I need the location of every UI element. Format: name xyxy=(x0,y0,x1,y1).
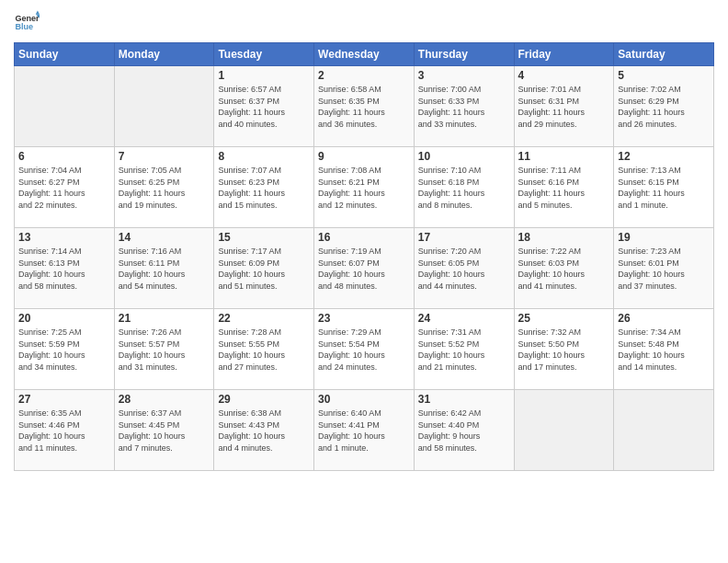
calendar-week-row: 13Sunrise: 7:14 AM Sunset: 6:13 PM Dayli… xyxy=(15,228,714,309)
day-info: Sunrise: 7:32 AM Sunset: 5:50 PM Dayligh… xyxy=(518,327,610,373)
calendar-cell: 17Sunrise: 7:20 AM Sunset: 6:05 PM Dayli… xyxy=(414,228,514,309)
calendar-cell: 12Sunrise: 7:13 AM Sunset: 6:15 PM Dayli… xyxy=(614,147,714,228)
day-number: 24 xyxy=(418,312,510,325)
calendar-cell: 29Sunrise: 6:38 AM Sunset: 4:43 PM Dayli… xyxy=(214,390,314,471)
day-header: Monday xyxy=(114,43,214,66)
calendar-cell: 28Sunrise: 6:37 AM Sunset: 4:45 PM Dayli… xyxy=(114,390,214,471)
calendar-cell: 18Sunrise: 7:22 AM Sunset: 6:03 PM Dayli… xyxy=(514,228,614,309)
day-header: Wednesday xyxy=(314,43,415,66)
calendar-cell: 22Sunrise: 7:28 AM Sunset: 5:55 PM Dayli… xyxy=(214,309,314,390)
header: General Blue xyxy=(14,9,714,35)
day-info: Sunrise: 7:31 AM Sunset: 5:52 PM Dayligh… xyxy=(418,327,510,373)
svg-text:Blue: Blue xyxy=(15,22,33,31)
day-info: Sunrise: 7:28 AM Sunset: 5:55 PM Dayligh… xyxy=(218,327,310,373)
calendar-cell: 9Sunrise: 7:08 AM Sunset: 6:21 PM Daylig… xyxy=(314,147,415,228)
day-header: Thursday xyxy=(414,43,514,66)
day-number: 29 xyxy=(218,393,310,406)
day-info: Sunrise: 7:07 AM Sunset: 6:23 PM Dayligh… xyxy=(218,165,310,211)
day-info: Sunrise: 6:42 AM Sunset: 4:40 PM Dayligh… xyxy=(418,408,510,454)
day-number: 7 xyxy=(119,150,210,163)
day-info: Sunrise: 6:37 AM Sunset: 4:45 PM Dayligh… xyxy=(119,408,210,454)
day-info: Sunrise: 7:34 AM Sunset: 5:48 PM Dayligh… xyxy=(618,327,710,373)
day-number: 10 xyxy=(418,150,510,163)
calendar-cell: 25Sunrise: 7:32 AM Sunset: 5:50 PM Dayli… xyxy=(514,309,614,390)
calendar-cell xyxy=(614,390,714,471)
calendar-cell: 6Sunrise: 7:04 AM Sunset: 6:27 PM Daylig… xyxy=(15,147,115,228)
day-info: Sunrise: 6:40 AM Sunset: 4:41 PM Dayligh… xyxy=(318,408,410,454)
day-info: Sunrise: 7:04 AM Sunset: 6:27 PM Dayligh… xyxy=(18,165,110,211)
calendar-cell: 24Sunrise: 7:31 AM Sunset: 5:52 PM Dayli… xyxy=(414,309,514,390)
day-info: Sunrise: 7:10 AM Sunset: 6:18 PM Dayligh… xyxy=(418,165,510,211)
day-header: Saturday xyxy=(614,43,714,66)
day-header: Tuesday xyxy=(214,43,314,66)
calendar-cell xyxy=(15,66,115,147)
day-info: Sunrise: 6:38 AM Sunset: 4:43 PM Dayligh… xyxy=(218,408,310,454)
day-info: Sunrise: 7:25 AM Sunset: 5:59 PM Dayligh… xyxy=(18,327,110,373)
day-number: 18 xyxy=(518,231,610,244)
day-info: Sunrise: 7:13 AM Sunset: 6:15 PM Dayligh… xyxy=(618,165,710,211)
day-info: Sunrise: 7:20 AM Sunset: 6:05 PM Dayligh… xyxy=(418,246,510,292)
calendar-cell: 26Sunrise: 7:34 AM Sunset: 5:48 PM Dayli… xyxy=(614,309,714,390)
day-info: Sunrise: 6:58 AM Sunset: 6:35 PM Dayligh… xyxy=(318,84,410,130)
day-info: Sunrise: 7:17 AM Sunset: 6:09 PM Dayligh… xyxy=(218,246,310,292)
day-number: 20 xyxy=(18,312,110,325)
day-number: 17 xyxy=(418,231,510,244)
day-number: 25 xyxy=(518,312,610,325)
day-number: 22 xyxy=(218,312,310,325)
day-number: 23 xyxy=(318,312,410,325)
logo: General Blue xyxy=(14,9,40,35)
calendar-cell: 13Sunrise: 7:14 AM Sunset: 6:13 PM Dayli… xyxy=(15,228,115,309)
calendar-cell: 30Sunrise: 6:40 AM Sunset: 4:41 PM Dayli… xyxy=(314,390,415,471)
day-info: Sunrise: 7:16 AM Sunset: 6:11 PM Dayligh… xyxy=(119,246,210,292)
header-row: SundayMondayTuesdayWednesdayThursdayFrid… xyxy=(15,43,714,66)
day-info: Sunrise: 7:22 AM Sunset: 6:03 PM Dayligh… xyxy=(518,246,610,292)
calendar-cell xyxy=(114,66,214,147)
calendar-cell: 2Sunrise: 6:58 AM Sunset: 6:35 PM Daylig… xyxy=(314,66,415,147)
day-info: Sunrise: 7:02 AM Sunset: 6:29 PM Dayligh… xyxy=(618,84,710,130)
day-number: 9 xyxy=(318,150,410,163)
day-number: 30 xyxy=(318,393,410,406)
calendar-week-row: 6Sunrise: 7:04 AM Sunset: 6:27 PM Daylig… xyxy=(15,147,714,228)
day-number: 8 xyxy=(218,150,310,163)
calendar-week-row: 20Sunrise: 7:25 AM Sunset: 5:59 PM Dayli… xyxy=(15,309,714,390)
logo-icon: General Blue xyxy=(14,9,40,35)
calendar-cell: 5Sunrise: 7:02 AM Sunset: 6:29 PM Daylig… xyxy=(614,66,714,147)
day-number: 13 xyxy=(18,231,110,244)
day-number: 5 xyxy=(618,69,710,82)
calendar-cell: 19Sunrise: 7:23 AM Sunset: 6:01 PM Dayli… xyxy=(614,228,714,309)
calendar-cell xyxy=(514,390,614,471)
day-header: Sunday xyxy=(15,43,115,66)
calendar-cell: 3Sunrise: 7:00 AM Sunset: 6:33 PM Daylig… xyxy=(414,66,514,147)
day-info: Sunrise: 7:19 AM Sunset: 6:07 PM Dayligh… xyxy=(318,246,410,292)
day-number: 14 xyxy=(119,231,210,244)
calendar-cell: 14Sunrise: 7:16 AM Sunset: 6:11 PM Dayli… xyxy=(114,228,214,309)
day-number: 21 xyxy=(119,312,210,325)
calendar-cell: 31Sunrise: 6:42 AM Sunset: 4:40 PM Dayli… xyxy=(414,390,514,471)
calendar-cell: 8Sunrise: 7:07 AM Sunset: 6:23 PM Daylig… xyxy=(214,147,314,228)
day-number: 1 xyxy=(218,69,310,82)
day-info: Sunrise: 6:35 AM Sunset: 4:46 PM Dayligh… xyxy=(18,408,110,454)
day-info: Sunrise: 7:11 AM Sunset: 6:16 PM Dayligh… xyxy=(518,165,610,211)
calendar-table: SundayMondayTuesdayWednesdayThursdayFrid… xyxy=(14,42,714,471)
calendar-week-row: 27Sunrise: 6:35 AM Sunset: 4:46 PM Dayli… xyxy=(15,390,714,471)
day-number: 12 xyxy=(618,150,710,163)
calendar-cell: 27Sunrise: 6:35 AM Sunset: 4:46 PM Dayli… xyxy=(15,390,115,471)
day-number: 27 xyxy=(18,393,110,406)
calendar-cell: 20Sunrise: 7:25 AM Sunset: 5:59 PM Dayli… xyxy=(15,309,115,390)
day-info: Sunrise: 7:14 AM Sunset: 6:13 PM Dayligh… xyxy=(18,246,110,292)
day-number: 26 xyxy=(618,312,710,325)
day-number: 6 xyxy=(18,150,110,163)
calendar-cell: 4Sunrise: 7:01 AM Sunset: 6:31 PM Daylig… xyxy=(514,66,614,147)
day-number: 2 xyxy=(318,69,410,82)
day-info: Sunrise: 7:29 AM Sunset: 5:54 PM Dayligh… xyxy=(318,327,410,373)
day-number: 4 xyxy=(518,69,610,82)
calendar-cell: 1Sunrise: 6:57 AM Sunset: 6:37 PM Daylig… xyxy=(214,66,314,147)
day-info: Sunrise: 7:23 AM Sunset: 6:01 PM Dayligh… xyxy=(618,246,710,292)
day-header: Friday xyxy=(514,43,614,66)
calendar-cell: 15Sunrise: 7:17 AM Sunset: 6:09 PM Dayli… xyxy=(214,228,314,309)
day-number: 3 xyxy=(418,69,510,82)
day-number: 16 xyxy=(318,231,410,244)
day-info: Sunrise: 7:01 AM Sunset: 6:31 PM Dayligh… xyxy=(518,84,610,130)
calendar-cell: 21Sunrise: 7:26 AM Sunset: 5:57 PM Dayli… xyxy=(114,309,214,390)
day-info: Sunrise: 7:05 AM Sunset: 6:25 PM Dayligh… xyxy=(119,165,210,211)
